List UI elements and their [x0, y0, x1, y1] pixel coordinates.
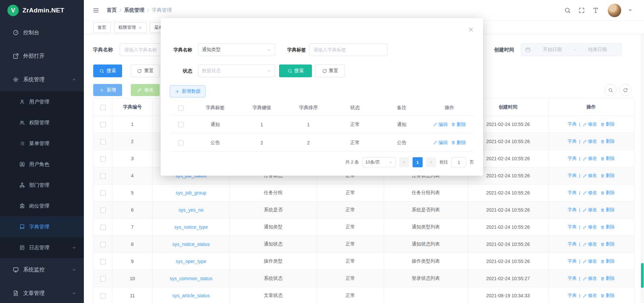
row-checkbox[interactable] [178, 140, 183, 145]
create-time-range-picker[interactable]: 开始日期 - 结束日期 [521, 43, 622, 56]
vertical-scrollbar-thumb[interactable] [641, 263, 644, 288]
dict-data-link[interactable]: 字典 [568, 293, 577, 299]
dialog-reset-button[interactable]: 重置 [315, 64, 345, 77]
row-checkbox[interactable] [100, 276, 106, 282]
row-edit-link[interactable]: 修改 [583, 138, 597, 144]
row-delete-link[interactable]: 删除 [451, 122, 466, 128]
sidebar-item-permissions[interactable]: 权限管理 [0, 112, 84, 133]
current-page-button[interactable]: 1 [413, 157, 423, 167]
dict-type-link[interactable]: sys_common_status [153, 270, 230, 287]
row-checkbox[interactable] [100, 293, 106, 299]
next-page-button[interactable] [426, 157, 436, 167]
row-edit-link[interactable]: 编辑 [433, 122, 448, 128]
row-delete-link[interactable]: 删除 [600, 293, 615, 299]
row-delete-link[interactable]: 删除 [451, 140, 466, 146]
row-checkbox[interactable] [100, 225, 106, 230]
dict-type-link[interactable]: sys_yes_no [153, 202, 230, 219]
dict-type-link[interactable]: sys_notice_status [153, 236, 230, 253]
status-select[interactable]: 数据状态 [198, 64, 275, 77]
user-avatar[interactable] [608, 4, 621, 17]
row-checkbox[interactable] [178, 122, 183, 127]
tab-close-icon[interactable] [138, 26, 142, 30]
sidebar-item-departments[interactable]: 部门管理 [0, 175, 84, 196]
row-checkbox[interactable] [100, 208, 106, 213]
row-checkbox[interactable] [100, 156, 106, 162]
row-delete-link[interactable]: 删除 [600, 258, 615, 264]
dict-name-select[interactable]: 通知类型 [198, 43, 275, 56]
row-checkbox[interactable] [100, 190, 106, 196]
goto-page-input[interactable] [451, 157, 466, 167]
dict-data-link[interactable]: 字典 [568, 275, 577, 282]
sidebar-item-external[interactable]: 外部打开 [0, 44, 84, 68]
row-delete-link[interactable]: 删除 [600, 173, 615, 179]
row-delete-link[interactable]: 删除 [600, 156, 615, 162]
tab-permissions[interactable]: 权限管理 [114, 22, 147, 33]
row-edit-link[interactable]: 修改 [583, 258, 597, 264]
show-search-toggle-button[interactable] [604, 84, 616, 96]
dict-data-link[interactable]: 字典 [568, 190, 577, 196]
row-edit-link[interactable]: 修改 [583, 207, 597, 213]
row-edit-link[interactable]: 修改 [583, 275, 597, 282]
row-delete-link[interactable]: 删除 [600, 138, 615, 144]
dict-data-link[interactable]: 字典 [568, 241, 577, 247]
sidebar-item-dashboard[interactable]: 控制台 [0, 21, 84, 44]
row-checkbox[interactable] [100, 242, 106, 247]
fullscreen-button[interactable] [578, 7, 585, 14]
row-delete-link[interactable]: 删除 [600, 275, 615, 282]
sidebar-item-logs[interactable]: 日志管理 [0, 237, 84, 258]
dialog-search-button[interactable]: 搜索 [279, 64, 312, 77]
reset-button[interactable]: 重置 [131, 64, 160, 77]
row-delete-link[interactable]: 删除 [600, 241, 615, 247]
row-edit-link[interactable]: 修改 [583, 293, 597, 299]
row-delete-link[interactable]: 删除 [600, 207, 615, 213]
row-checkbox[interactable] [100, 139, 106, 144]
prev-page-button[interactable] [399, 157, 409, 167]
breadcrumb-system[interactable]: 系统管理 [124, 7, 144, 13]
sidebar-item-articles[interactable]: 文章管理 [0, 282, 84, 303]
row-checkbox[interactable] [100, 173, 106, 179]
row-checkbox[interactable] [100, 259, 106, 264]
sidebar-item-dictionary[interactable]: 字典管理 [0, 216, 84, 237]
dict-type-link[interactable]: sys_notice_type [153, 219, 230, 236]
row-checkbox[interactable] [100, 122, 106, 127]
select-all-checkbox[interactable] [100, 105, 106, 110]
dict-label-input[interactable] [309, 43, 387, 56]
vertical-scrollbar-track[interactable] [641, 34, 644, 303]
row-delete-link[interactable]: 删除 [600, 190, 615, 196]
row-edit-link[interactable]: 修改 [583, 121, 597, 127]
dialog-close-button[interactable] [468, 27, 474, 32]
sidebar-item-menus[interactable]: 菜单管理 [0, 133, 84, 154]
add-dict-data-button[interactable]: 新增数据 [170, 85, 206, 97]
row-edit-link[interactable]: 编辑 [433, 140, 448, 146]
row-edit-link[interactable]: 修改 [583, 173, 597, 179]
global-search-button[interactable] [564, 7, 571, 14]
page-size-select[interactable]: 10条/页 [362, 157, 396, 167]
avatar-caret-icon[interactable] [629, 9, 632, 11]
dict-data-link[interactable]: 字典 [568, 224, 577, 230]
dict-data-link[interactable]: 字典 [568, 173, 577, 179]
row-edit-link[interactable]: 修改 [583, 224, 597, 230]
dict-data-link[interactable]: 字典 [568, 156, 577, 162]
row-delete-link[interactable]: 删除 [600, 121, 615, 127]
edit-button[interactable]: 修改 [131, 84, 160, 96]
row-edit-link[interactable]: 修改 [583, 156, 597, 162]
dict-type-link[interactable]: sys_article_status [153, 287, 230, 303]
dict-data-link[interactable]: 字典 [568, 207, 577, 213]
sidebar-item-users[interactable]: 用户管理 [0, 91, 84, 112]
select-all-checkbox[interactable] [178, 105, 183, 111]
sidebar-item-user-roles[interactable]: 用户角色 [0, 154, 84, 175]
row-delete-link[interactable]: 删除 [600, 224, 615, 230]
refresh-table-button[interactable] [619, 84, 631, 96]
add-button[interactable]: 新增 [93, 84, 122, 96]
sidebar-toggle-button[interactable] [93, 7, 99, 14]
search-button[interactable]: 搜索 [93, 64, 122, 77]
sidebar-item-system-management[interactable]: 系统管理 [0, 68, 84, 91]
dict-data-link[interactable]: 字典 [568, 121, 577, 127]
tab-home[interactable]: 首页 [93, 22, 111, 33]
breadcrumb-home[interactable]: 首页 [107, 7, 117, 13]
row-edit-link[interactable]: 修改 [583, 241, 597, 247]
row-edit-link[interactable]: 修改 [583, 190, 597, 196]
dict-type-link[interactable]: sys_oper_type [153, 253, 230, 270]
sidebar-item-posts[interactable]: 岗位管理 [0, 196, 84, 216]
sidebar-item-system-monitor[interactable]: 系统监控 [0, 258, 84, 282]
